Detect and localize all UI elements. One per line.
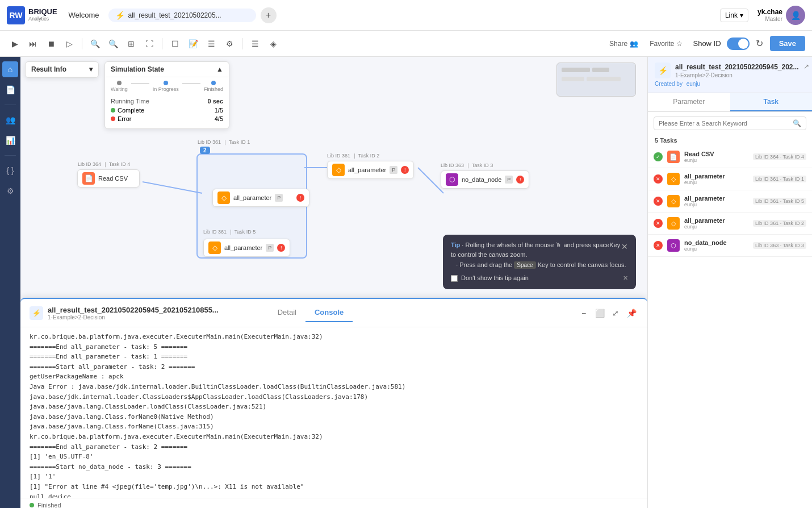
tip-checkbox-label: Don't show this tip again — [461, 273, 529, 284]
result-info-header: Result Info ▾ — [26, 62, 98, 77]
sidebar-item-code[interactable]: { } — [2, 163, 18, 178]
param-task5-node[interactable]: ◇ all_parameter P ! — [203, 239, 290, 257]
run-button[interactable]: ▷ — [61, 36, 77, 52]
settings-button[interactable]: ⚙ — [221, 36, 237, 52]
progress-label: In Progress — [153, 86, 179, 92]
expand-button[interactable]: ⤢ — [609, 306, 622, 320]
task3-container: Lib ID 363 ｜ Task ID 3 ⬡ no_data_node P … — [441, 162, 529, 189]
tab-console[interactable]: Console — [305, 303, 353, 322]
sidebar-item-users[interactable]: 👥 — [2, 112, 18, 128]
tab-detail[interactable]: Detail — [269, 303, 305, 322]
param-task1-p-btn[interactable]: P — [275, 194, 283, 202]
restore-button[interactable]: ⬜ — [593, 306, 606, 320]
param-task5-p-btn[interactable]: P — [266, 244, 274, 252]
tip-close-button[interactable]: ✕ — [621, 240, 628, 253]
refresh-button[interactable]: ↻ — [752, 36, 768, 52]
fit-button[interactable]: ⊞ — [123, 36, 139, 52]
user-info: yk.chae Master 👤 — [757, 6, 805, 25]
tip-close-icon[interactable]: ✕ — [623, 273, 628, 284]
rs-created: Created by eunju — [655, 81, 805, 87]
canvas-area[interactable]: Result Info ▾ Simulation State ▲ Waiting… — [20, 57, 647, 508]
param-task2-p-btn[interactable]: P — [390, 166, 397, 174]
console-line: =======End all_parameter - task: 2 =====… — [30, 442, 638, 452]
task-num: Lib ID 361 · Task ID 1 — [753, 176, 806, 182]
active-tab[interactable]: ⚡ all_result_test_20210502205... — [108, 9, 256, 22]
tab-task[interactable]: Task — [730, 93, 813, 111]
sidebar-item-chart[interactable]: 📊 — [2, 132, 18, 148]
error-row: Error 4/5 — [111, 115, 223, 122]
tab-parameter[interactable]: Parameter — [648, 93, 730, 111]
sim-line-1 — [131, 83, 149, 84]
no-data-node[interactable]: ⬡ no_data_node P ! — [441, 170, 529, 189]
task-name: no_data_node — [684, 239, 748, 246]
sidebar-item-docs[interactable]: 📄 — [2, 82, 18, 98]
nodata-p-btn[interactable]: P — [505, 176, 513, 184]
task-list-item[interactable]: ✕◇all_parametereunjuLib ID 361 · Task ID… — [648, 213, 812, 235]
param-task1-error-badge: ! — [296, 194, 304, 202]
task-name: all_parameter — [684, 173, 748, 180]
finished-bar: Finished — [20, 498, 647, 508]
group-button[interactable]: ☰ — [203, 36, 219, 52]
param-task1-node[interactable]: ◇ all_parameter P ! — [212, 189, 309, 207]
show-id-toggle[interactable] — [727, 38, 750, 50]
task2-container: Lib ID 361 ｜ Task ID 2 ◇ all_parameter P… — [327, 152, 414, 179]
rs-search-input[interactable] — [659, 120, 789, 127]
chevron-down-icon: ▾ — [89, 65, 93, 73]
console-area[interactable]: kr.co.brique.ba.platform.java.executer.E… — [20, 327, 647, 498]
bar2 — [592, 68, 609, 72]
tasks-count: 5 Tasks — [648, 135, 812, 146]
minimize-button[interactable]: − — [577, 306, 591, 320]
add-node-button[interactable]: ☐ — [167, 36, 183, 52]
note-button[interactable]: 📝 — [185, 36, 201, 52]
result-info-title: Result Info — [31, 65, 66, 73]
task-list-item[interactable]: ✕◇all_parametereunjuLib ID 361 · Task ID… — [648, 168, 812, 190]
task-info: all_parametereunju — [684, 173, 748, 185]
task-status-badge: ✓ — [654, 152, 663, 161]
error-dot — [111, 116, 115, 121]
stop-button[interactable]: ⏹ — [43, 36, 59, 52]
sim-line-2 — [182, 83, 200, 84]
link-dropdown[interactable]: Link ▾ — [720, 9, 748, 22]
star-icon: ☆ — [676, 40, 683, 48]
param-task2-node[interactable]: ◇ all_parameter P ! — [327, 161, 414, 179]
read-csv-node[interactable]: Lib ID 364 ｜ Task ID 4 📄 Read CSV — [77, 169, 140, 188]
task-meta: eunju — [684, 224, 748, 230]
zoom-out-button[interactable]: 🔍 — [105, 36, 121, 52]
tip-checkbox[interactable] — [451, 275, 458, 282]
rs-expand-button[interactable]: ↗ — [803, 63, 809, 70]
add-tab-button[interactable]: + — [261, 7, 277, 23]
console-line: java.base/jdk.internal.loader.ClassLoade… — [30, 392, 638, 402]
sidebar-item-home[interactable]: ⌂ — [2, 61, 18, 77]
space-key: Space — [514, 261, 535, 269]
rs-search-box[interactable]: 🔍 — [654, 116, 806, 130]
zoom-in-button[interactable]: 🔍 — [87, 36, 103, 52]
console-line: Java Error : java.base/jdk.internal.load… — [30, 382, 638, 392]
fullscreen-button[interactable]: ⛶ — [141, 36, 157, 52]
right-sidebar: ⚡ all_result_test_20210502205945_202... … — [647, 57, 812, 508]
rs-title: all_result_test_20210502205945_202... — [675, 63, 799, 72]
welcome-text: Welcome — [69, 11, 99, 19]
step-button[interactable]: ⏭ — [25, 36, 41, 52]
task-list-item[interactable]: ✕◇all_parametereunjuLib ID 361 · Task ID… — [648, 190, 812, 213]
console-line: =======End all_parameter - task: 5 =====… — [30, 342, 638, 352]
navbar: RW BRIQUE Analytics Welcome ⚡ all_result… — [0, 0, 812, 31]
share-button[interactable]: Share 👥 — [605, 38, 643, 50]
sidebar-item-settings[interactable]: ⚙ — [2, 183, 18, 199]
pin-button[interactable]: 📌 — [625, 306, 638, 320]
console-line: =======End all_parameter - task: 1 =====… — [30, 352, 638, 362]
list-view-button[interactable]: ☰ — [247, 36, 263, 52]
save-button[interactable]: Save — [770, 36, 805, 51]
favorite-button[interactable]: Favorite ☆ — [645, 38, 687, 50]
task-list-item[interactable]: ✕⬡no_data_nodeeunjuLib ID 363 · Task ID … — [648, 235, 812, 257]
play-button[interactable]: ▶ — [7, 36, 23, 52]
console-line: kr.co.brique.ba.platform.java.executer.E… — [30, 332, 638, 342]
bottom-panel-tabs: Detail Console — [269, 303, 353, 322]
tab-icon: ⚡ — [115, 11, 125, 20]
console-line: [1] 'en_US.UTF-8' — [30, 452, 638, 462]
bottom-panel-subtitle: 1-Example>2-Decision — [48, 314, 219, 320]
task-list-item[interactable]: ✓📄Read CSVeunjuLib ID 364 · Task ID 4 — [648, 146, 812, 168]
link-label: Link — [725, 11, 738, 19]
task3-id: Lib ID 363 ｜ Task ID 3 — [441, 162, 529, 169]
graph-view-button[interactable]: ◈ — [265, 36, 281, 52]
complete-label: Complete — [118, 107, 144, 114]
